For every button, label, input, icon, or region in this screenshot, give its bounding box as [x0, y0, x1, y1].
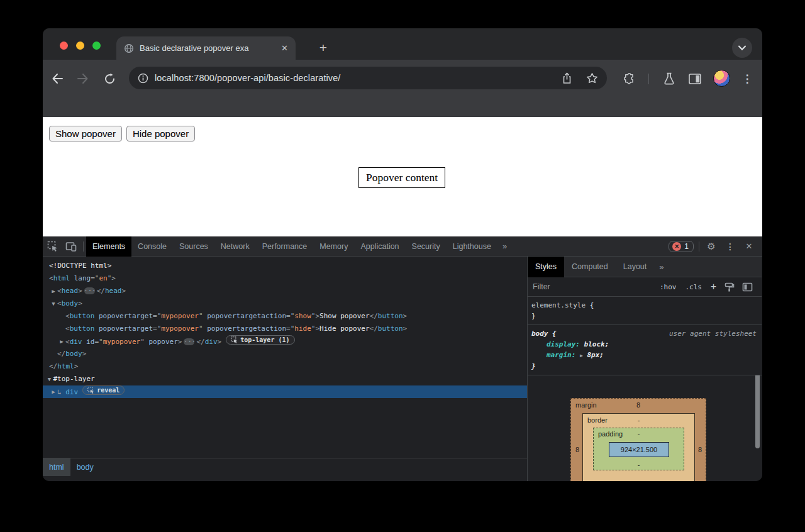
more-tabs-button[interactable]: » [497, 241, 512, 251]
brace-close-body: } [531, 362, 536, 370]
url-bar[interactable]: localhost:7800/popover-api/basic-declara… [129, 67, 607, 89]
devtools-menu-button[interactable]: ⋮ [721, 236, 740, 257]
inspect-element-button[interactable] [43, 236, 62, 257]
breadcrumb-body[interactable]: body [70, 458, 100, 476]
code-segment: </ [57, 350, 65, 358]
tab-close-icon[interactable]: ✕ [281, 43, 288, 53]
experiments-button[interactable] [660, 70, 678, 87]
tab-console[interactable]: Console [131, 236, 173, 257]
inspect-cursor-icon [47, 241, 58, 252]
more-sidebar-tabs-button[interactable]: » [654, 262, 669, 272]
new-style-rule-button[interactable]: + [711, 281, 716, 292]
extensions-button[interactable] [621, 70, 638, 87]
expand-shorthand-icon[interactable]: ▶ [580, 353, 583, 358]
tab-performance[interactable]: Performance [256, 236, 314, 257]
show-popover-button[interactable]: Show popover [49, 126, 122, 141]
tree-row[interactable]: <!DOCTYPE html> [43, 260, 527, 272]
ellipsis-expand-button[interactable]: ··· [184, 338, 194, 345]
tab-sources[interactable]: Sources [173, 236, 214, 257]
traffic-lights [60, 42, 101, 50]
element-badge[interactable]: top-layer (1) [226, 335, 294, 345]
selector-element-style[interactable]: element.style [531, 301, 586, 309]
devtools-settings-button[interactable]: ⚙ [702, 236, 721, 257]
padding-bottom-value[interactable]: - [594, 461, 684, 468]
code-segment: popovertargetaction [203, 312, 286, 320]
disclosure-down-icon[interactable]: ▼ [50, 297, 57, 310]
tab-application[interactable]: Application [354, 236, 405, 257]
body-rule[interactable]: user agent stylesheet body { display: bl… [528, 325, 762, 375]
disclosure-right-icon[interactable]: ▶ [58, 335, 65, 348]
share-icon[interactable] [562, 72, 572, 84]
code-segment: " [140, 338, 145, 346]
forward-arrow-icon [77, 73, 89, 84]
tree-row[interactable]: <button popovertarget="mypopover" popove… [43, 310, 527, 323]
margin-left-value[interactable]: 8 [572, 445, 582, 455]
tree-row[interactable]: ▼<body> [43, 297, 527, 310]
tab-styles[interactable]: Styles [528, 257, 564, 277]
code-segment: id [82, 338, 95, 346]
ellipsis-expand-button[interactable]: ··· [84, 287, 95, 294]
box-model-padding[interactable]: padding - - 924×21.500 [593, 428, 684, 470]
selector-body[interactable]: body [531, 330, 548, 338]
tab-computed[interactable]: Computed [564, 257, 616, 277]
error-count-badge[interactable]: ✕ 1 [669, 241, 694, 252]
minimize-window-button[interactable] [76, 42, 84, 50]
devtools-body: <!DOCTYPE html><html lang="en">▶<head>··… [43, 257, 762, 481]
tab-elements[interactable]: Elements [86, 236, 131, 257]
box-model-margin[interactable]: margin 8 8 - - - - 8 border - padding [570, 398, 706, 481]
breadcrumb-html[interactable]: html [43, 458, 70, 476]
badge-label: reveal [97, 384, 119, 397]
toggle-hov-button[interactable]: :hov [660, 283, 677, 291]
disclosure-right-icon[interactable]: ▶ [50, 385, 57, 398]
browser-tab[interactable]: Basic declarative popover exa ✕ [116, 36, 296, 60]
margin-top-value[interactable]: 8 [571, 401, 706, 409]
reload-button[interactable] [101, 70, 118, 87]
element-style-rule[interactable]: element.style { } [528, 297, 762, 325]
padding-top-value[interactable]: - [594, 430, 684, 438]
css-property-display[interactable]: display: block; [531, 339, 757, 350]
tab-memory[interactable]: Memory [313, 236, 354, 257]
browser-toolbar: localhost:7800/popover-api/basic-declara… [43, 60, 762, 117]
back-button[interactable] [49, 70, 65, 87]
tree-row[interactable]: ▶↳ divreveal [43, 385, 527, 398]
box-model-content[interactable]: 924×21.500 [609, 442, 669, 457]
disclosure-right-icon[interactable]: ▶ [50, 285, 57, 297]
tree-row[interactable]: ▶<div id="mypopover" popover>···</div>to… [43, 335, 527, 348]
css-property-margin[interactable]: margin: ▶ 8px; [531, 350, 757, 361]
tree-row[interactable]: </body> [43, 348, 527, 360]
toggle-cls-button[interactable]: .cls [685, 283, 702, 291]
disclosure-down-icon[interactable]: ▼ [46, 373, 53, 385]
tree-row[interactable]: ▶<head>···</head> [43, 285, 527, 297]
hide-popover-button[interactable]: Hide popover [126, 126, 195, 141]
element-badge[interactable]: reveal [82, 385, 125, 395]
tab-lighthouse[interactable]: Lighthouse [447, 236, 497, 257]
tab-layout[interactable]: Layout [616, 257, 655, 277]
tab-security[interactable]: Security [406, 236, 447, 257]
tree-row[interactable]: </html> [43, 360, 527, 373]
tab-network[interactable]: Network [214, 236, 256, 257]
toolbar-divider [648, 74, 649, 84]
forward-button[interactable] [75, 70, 91, 87]
side-panel-icon [689, 74, 701, 84]
border-top-value[interactable]: - [583, 416, 694, 424]
box-model-border[interactable]: border - padding - - 924×21.500 [582, 413, 695, 481]
devtools-close-button[interactable]: ✕ [740, 236, 758, 257]
profile-avatar[interactable] [713, 70, 730, 87]
dock-sidebar-button[interactable] [742, 282, 753, 292]
new-tab-button[interactable]: + [313, 38, 333, 58]
styles-scrollbar[interactable] [755, 375, 760, 448]
device-toolbar-button[interactable] [62, 236, 80, 257]
side-panel-button[interactable] [686, 70, 704, 87]
tab-search-button[interactable] [732, 38, 752, 58]
browser-menu-button[interactable]: ⋮ [738, 70, 756, 87]
tree-row[interactable]: <html lang="en"> [43, 272, 527, 285]
site-info-icon[interactable] [138, 73, 148, 84]
styles-filter-input[interactable]: Filter [533, 282, 655, 291]
margin-right-value[interactable]: 8 [695, 445, 705, 455]
close-window-button[interactable] [60, 42, 68, 50]
code-segment: "> [311, 312, 319, 320]
rendering-emulation-button[interactable] [724, 282, 735, 292]
url-text[interactable]: localhost:7800/popover-api/basic-declara… [155, 73, 562, 83]
zoom-window-button[interactable] [92, 42, 101, 50]
bookmark-star-icon[interactable] [586, 72, 598, 84]
